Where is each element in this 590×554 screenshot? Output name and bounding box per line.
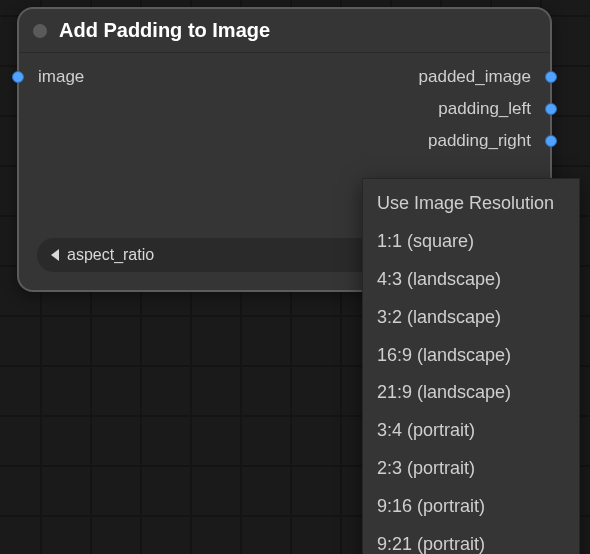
dropdown-option[interactable]: 3:4 (portrait): [363, 412, 579, 450]
output-port-padding-right[interactable]: padding_right: [428, 131, 557, 151]
param-name: aspect_ratio: [67, 246, 154, 264]
port-label: image: [38, 67, 84, 87]
output-port-padded-image[interactable]: padded_image: [419, 67, 557, 87]
port-dot-icon: [12, 71, 24, 83]
port-dot-icon: [545, 135, 557, 147]
dropdown-option[interactable]: 4:3 (landscape): [363, 261, 579, 299]
port-label: padded_image: [419, 67, 531, 87]
triangle-left-icon: [51, 249, 59, 261]
dropdown-option[interactable]: 9:21 (portrait): [363, 526, 579, 554]
status-dot-icon: [33, 24, 47, 38]
node-title: Add Padding to Image: [59, 19, 270, 42]
dropdown-option[interactable]: 1:1 (square): [363, 223, 579, 261]
input-port-image[interactable]: image: [12, 67, 84, 87]
aspect-ratio-dropdown: Use Image Resolution 1:1 (square) 4:3 (l…: [362, 178, 580, 554]
dropdown-option[interactable]: 2:3 (portrait): [363, 450, 579, 488]
dropdown-option[interactable]: 9:16 (portrait): [363, 488, 579, 526]
dropdown-option[interactable]: 16:9 (landscape): [363, 337, 579, 375]
node-header[interactable]: Add Padding to Image: [19, 9, 550, 53]
port-dot-icon: [545, 103, 557, 115]
port-label: padding_left: [438, 99, 531, 119]
port-dot-icon: [545, 71, 557, 83]
port-label: padding_right: [428, 131, 531, 151]
dropdown-option[interactable]: 21:9 (landscape): [363, 374, 579, 412]
dropdown-option[interactable]: Use Image Resolution: [363, 185, 579, 223]
dropdown-option[interactable]: 3:2 (landscape): [363, 299, 579, 337]
output-port-padding-left[interactable]: padding_left: [438, 99, 557, 119]
